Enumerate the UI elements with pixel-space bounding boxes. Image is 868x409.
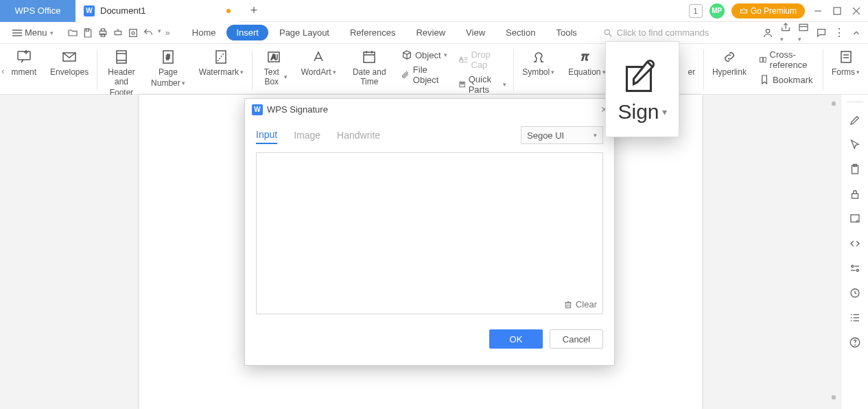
- cross-reference-button[interactable]: Cross-reference: [759, 49, 816, 70]
- go-premium-button[interactable]: Go Premium: [731, 3, 805, 19]
- quick-parts-button[interactable]: Quick Parts▾: [458, 74, 507, 95]
- scroll-down-icon[interactable]: [832, 395, 836, 399]
- object-icon: [401, 49, 412, 60]
- print-preview-icon[interactable]: [128, 27, 139, 38]
- watermark-button[interactable]: Watermark▾: [192, 47, 250, 77]
- hyperlink-button[interactable]: Hyperlink: [705, 47, 753, 77]
- share-icon[interactable]: ▾: [780, 22, 791, 43]
- settings-icon[interactable]: [848, 261, 862, 275]
- envelopes-button[interactable]: Envelopes: [43, 47, 95, 77]
- header-footer-button[interactable]: Header and Footer: [99, 47, 144, 97]
- tab-tools[interactable]: Tools: [546, 25, 586, 40]
- edit-icon[interactable]: [848, 113, 862, 127]
- tab-section[interactable]: Section: [496, 25, 545, 40]
- svg-line-29: [218, 53, 224, 61]
- symbol-button[interactable]: Symbol▾: [515, 47, 561, 77]
- help-icon[interactable]: [848, 336, 862, 349]
- menu-label: Menu: [25, 27, 47, 38]
- vertical-scrollbar[interactable]: [828, 96, 839, 405]
- envelopes-label: Envelopes: [50, 67, 89, 77]
- forms-icon: [838, 48, 854, 66]
- page-number-button[interactable]: # Page Number▾: [144, 47, 192, 88]
- clipboard-icon[interactable]: [848, 163, 862, 176]
- comment-button[interactable]: mment: [4, 47, 43, 77]
- date-time-button[interactable]: Date and Time: [343, 47, 396, 86]
- watermark-icon: [213, 48, 229, 66]
- tab-image[interactable]: Image: [294, 127, 320, 143]
- bookmark-icon: [759, 74, 770, 85]
- cursor-icon[interactable]: [848, 138, 862, 152]
- tab-references[interactable]: References: [340, 25, 405, 40]
- tab-input[interactable]: Input: [256, 126, 277, 144]
- text-box-button[interactable]: A Text Box▾: [254, 47, 294, 86]
- tab-review[interactable]: Review: [406, 25, 455, 40]
- notification-badge[interactable]: 1: [689, 4, 703, 18]
- document-tab[interactable]: W Document1: [75, 0, 239, 22]
- comment-label: mment: [11, 67, 36, 77]
- note-icon[interactable]: [848, 212, 862, 226]
- collapse-ribbon-icon[interactable]: [852, 28, 861, 38]
- svg-rect-17: [799, 24, 808, 30]
- svg-text:π: π: [581, 51, 589, 62]
- tab-page-layout[interactable]: Page Layout: [270, 25, 339, 40]
- bookmark-button[interactable]: Bookmark: [759, 74, 816, 85]
- clear-label: Clear: [576, 299, 597, 309]
- cancel-button[interactable]: Cancel: [550, 329, 603, 349]
- save-icon[interactable]: [82, 27, 93, 38]
- clear-button[interactable]: Clear: [563, 299, 597, 309]
- more-icon[interactable]: ⋮: [834, 26, 845, 39]
- quick-access-toolbar: ▾ »: [67, 27, 170, 38]
- quick-parts-label: Quick Parts: [469, 74, 501, 95]
- cross-reference-label: Cross-reference: [770, 49, 817, 70]
- lock-icon[interactable]: [848, 187, 862, 201]
- svg-line-15: [609, 34, 612, 36]
- tab-handwrite[interactable]: Handwrite: [337, 127, 380, 143]
- signature-canvas[interactable]: Clear: [256, 152, 603, 314]
- undo-dropdown-icon[interactable]: ▾: [158, 27, 161, 38]
- overflow-icon[interactable]: »: [165, 27, 170, 38]
- wordart-button[interactable]: WordArt▾: [294, 47, 343, 77]
- right-sidebar: [841, 95, 868, 409]
- page-number-icon: #: [160, 48, 176, 66]
- svg-rect-46: [462, 83, 464, 84]
- layout-icon[interactable]: ▾: [798, 22, 809, 43]
- print-direct-icon[interactable]: [113, 27, 124, 38]
- tab-home[interactable]: Home: [183, 25, 226, 40]
- user-icon[interactable]: [762, 27, 773, 38]
- maximize-button[interactable]: [831, 5, 843, 17]
- open-icon[interactable]: [67, 27, 78, 38]
- hyperlink-icon: [721, 48, 738, 66]
- svg-rect-51: [763, 58, 766, 62]
- print-icon[interactable]: [97, 27, 108, 38]
- comment-icon: [16, 48, 32, 66]
- object-button[interactable]: Object▾: [401, 49, 447, 60]
- minimize-button[interactable]: [812, 5, 824, 17]
- history-icon[interactable]: [848, 286, 862, 300]
- dialog-titlebar[interactable]: W WPS Signature ×: [245, 99, 614, 121]
- ok-button[interactable]: OK: [489, 329, 543, 349]
- app-tab[interactable]: WPS Office: [0, 0, 75, 22]
- undo-icon[interactable]: [143, 27, 154, 38]
- forms-button[interactable]: Forms▾: [825, 47, 867, 77]
- font-select[interactable]: Segoe UI ▾: [521, 126, 603, 144]
- wordart-label: WordArt: [301, 67, 331, 77]
- symbol-label: Symbol: [522, 67, 550, 77]
- title-right: 1 MP Go Premium: [689, 3, 868, 19]
- tab-insert[interactable]: Insert: [226, 25, 268, 40]
- svg-text:#: #: [166, 54, 170, 61]
- chat-icon[interactable]: [816, 27, 827, 38]
- sign-tooltip[interactable]: Sign▾: [605, 41, 679, 137]
- scroll-up-icon[interactable]: [832, 102, 836, 106]
- menu-button[interactable]: Menu ▾: [7, 25, 59, 40]
- signature-dialog: W WPS Signature × Input Image Handwrite …: [244, 98, 615, 366]
- hyperlink-label: Hyperlink: [712, 67, 747, 77]
- avatar[interactable]: MP: [709, 3, 725, 19]
- command-search[interactable]: Click to find commands: [603, 27, 760, 38]
- close-button[interactable]: [850, 5, 863, 17]
- file-object-button[interactable]: File Object: [401, 65, 447, 85]
- code-icon[interactable]: [848, 237, 862, 250]
- crown-icon: [740, 7, 748, 15]
- tab-view[interactable]: View: [456, 25, 495, 40]
- structure-icon[interactable]: [848, 311, 862, 325]
- new-tab-button[interactable]: +: [239, 0, 269, 22]
